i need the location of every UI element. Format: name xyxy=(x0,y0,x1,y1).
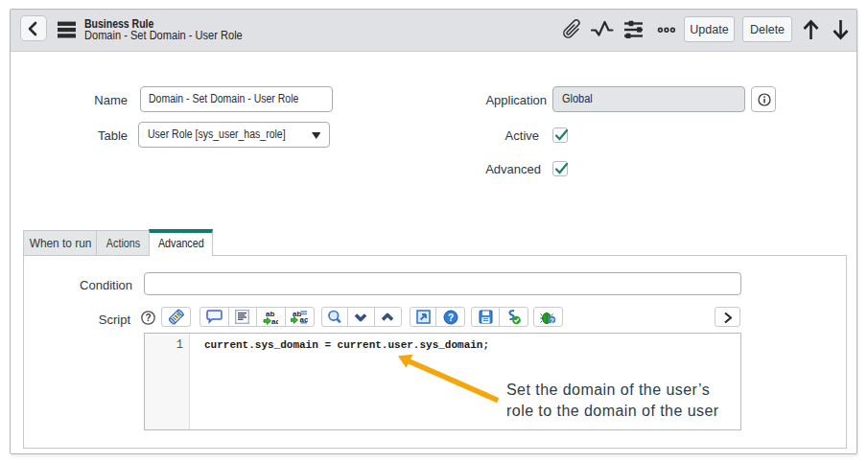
svg-text:?: ? xyxy=(550,315,554,324)
svg-text:ac: ac xyxy=(300,315,309,324)
svg-text:ac: ac xyxy=(271,317,278,325)
svg-text:?: ? xyxy=(145,313,151,323)
svg-text:?: ? xyxy=(447,313,453,323)
